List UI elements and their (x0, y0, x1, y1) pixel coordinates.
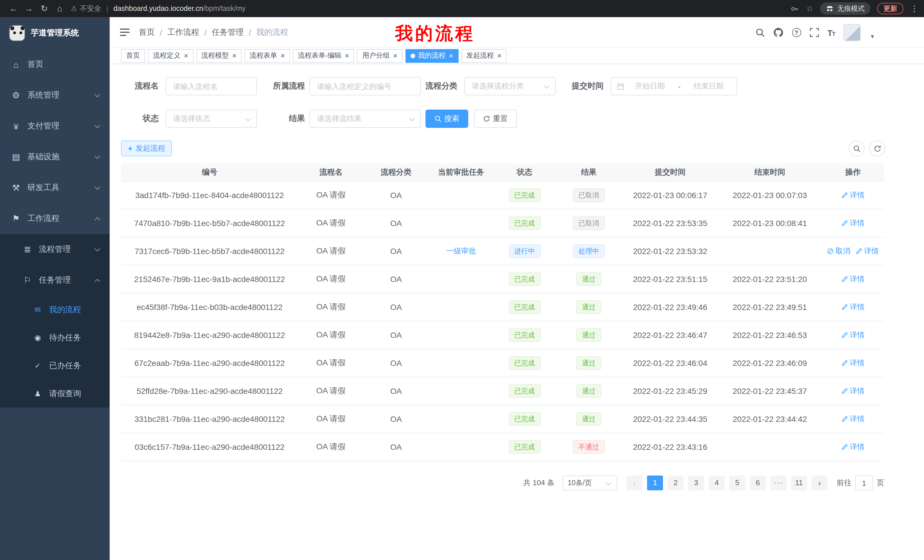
status-badge: 进行中 (508, 244, 540, 258)
breadcrumb-item-home[interactable]: 首页 (139, 27, 155, 37)
close-icon[interactable]: × (280, 52, 285, 59)
next-page-button[interactable]: › (812, 476, 828, 490)
browser-menu-icon[interactable]: ⋮ (910, 4, 918, 13)
avatar[interactable] (843, 24, 861, 41)
sidebar-item-leave-query[interactable]: ♟请假查询 (0, 380, 110, 407)
github-icon[interactable] (773, 27, 783, 38)
detail-icon (841, 220, 848, 227)
start-date-input[interactable]: 开始日期 (628, 81, 672, 91)
detail-link[interactable]: 详情 (841, 386, 865, 396)
hide-search-button[interactable] (849, 141, 865, 156)
result-select[interactable]: 请选择流结果 (309, 109, 421, 128)
current-task-link[interactable]: 一级审批 (446, 246, 476, 256)
sidebar-item-infrastructure[interactable]: ▤基础设施 (0, 142, 110, 172)
goto-page-input[interactable] (855, 476, 873, 490)
detail-link[interactable]: 详情 (841, 358, 865, 368)
tab-process-definition[interactable]: 流程定义× (148, 49, 193, 63)
sidebar-item-payment[interactable]: ¥支付管理 (0, 111, 110, 142)
search-icon[interactable] (756, 28, 765, 37)
page-button-11[interactable]: 11 (791, 476, 807, 490)
logo-panda-icon (9, 25, 25, 41)
page-button-3[interactable]: 3 (688, 476, 704, 490)
prev-page-button[interactable]: ‹ (627, 476, 642, 490)
close-icon[interactable]: × (232, 52, 236, 59)
sidebar-item-devtools[interactable]: ⚒研发工具 (0, 172, 110, 203)
process-category-cell: OA (364, 321, 428, 349)
search-button[interactable]: 搜索 (426, 109, 468, 128)
result-cell: 通过 (555, 265, 622, 293)
tab-process-model[interactable]: 流程模型× (196, 49, 242, 63)
sidebar-item-system[interactable]: ⚙系统管理 (0, 80, 110, 111)
submit-time-cell: 2022-01-22 23:44:35 (622, 405, 718, 433)
close-icon[interactable]: × (497, 52, 501, 59)
sidebar-item-home[interactable]: ⌂首页 (0, 49, 110, 80)
logo[interactable]: 芋道管理系统 (0, 17, 110, 49)
detail-link[interactable]: 详情 (841, 190, 865, 201)
refresh-table-button[interactable] (869, 141, 885, 156)
page-ellipsis[interactable]: ··· (770, 476, 786, 490)
cancel-link[interactable]: 取消 (827, 246, 850, 256)
detail-link[interactable]: 详情 (855, 246, 879, 256)
status-select[interactable]: 请选择状态 (166, 109, 257, 128)
back-icon[interactable]: ← (6, 0, 21, 17)
close-icon[interactable]: × (449, 52, 453, 59)
detail-link[interactable]: 详情 (841, 414, 865, 424)
sidebar-item-done-task[interactable]: ✓已办任务 (0, 352, 110, 380)
breadcrumb-item-workflow[interactable]: 工作流程 (167, 27, 199, 37)
detail-link[interactable]: 详情 (841, 274, 865, 284)
start-process-button[interactable]: + 发起流程 (121, 141, 172, 156)
help-icon[interactable]: ? (792, 28, 801, 37)
sidebar-item-todo-task[interactable]: ◉待办任务 (0, 324, 110, 352)
tab-start-process[interactable]: 发起流程× (461, 49, 507, 63)
update-button[interactable]: 更新 (877, 3, 903, 14)
page-button-6[interactable]: 6 (750, 476, 766, 490)
password-key-icon[interactable] (790, 4, 799, 13)
detail-link[interactable]: 详情 (841, 442, 865, 452)
page-button-5[interactable]: 5 (729, 476, 745, 490)
tab-process-form-edit[interactable]: 流程表单-编辑× (293, 49, 354, 63)
current-task-cell (428, 265, 494, 293)
detail-link[interactable]: 详情 (841, 330, 865, 340)
process-def-input[interactable] (310, 78, 420, 95)
hamburger-icon[interactable] (120, 28, 130, 36)
date-separator: - (678, 82, 681, 90)
process-name-input[interactable] (166, 78, 256, 95)
browser-home-icon[interactable]: ⌂ (52, 0, 68, 17)
detail-link[interactable]: 详情 (841, 302, 865, 312)
breadcrumb-item-task-manage[interactable]: 任务管理 (212, 27, 244, 37)
sidebar-item-task-manage[interactable]: ⚐任务管理 (0, 265, 110, 296)
tab-process-form[interactable]: 流程表单× (244, 49, 290, 63)
page-size-select[interactable]: 10条/页 (562, 476, 617, 490)
sidebar-item-label: 待办任务 (49, 332, 81, 343)
reset-button[interactable]: 重置 (474, 109, 517, 128)
end-date-input[interactable]: 结束日期 (686, 81, 731, 91)
fullscreen-icon[interactable] (810, 28, 819, 37)
font-size-icon[interactable]: TT (828, 28, 835, 37)
close-icon[interactable]: × (184, 52, 188, 59)
reload-icon[interactable]: ↻ (36, 0, 52, 17)
date-range-picker[interactable]: 开始日期 - 结束日期 (610, 77, 737, 95)
close-icon[interactable]: × (393, 52, 398, 59)
close-icon[interactable]: × (345, 52, 349, 59)
tab-user-group[interactable]: 用户分组× (357, 49, 403, 63)
page-button-1[interactable]: 1 (647, 476, 663, 490)
tab-home[interactable]: 首页 (121, 49, 145, 63)
category-select[interactable]: 请选择流程分类 (464, 77, 556, 95)
detail-link[interactable]: 详情 (841, 218, 865, 228)
url-host: dashboard.yudao.iocoder.cn (113, 4, 203, 13)
page-button-2[interactable]: 2 (668, 476, 684, 490)
address-bar[interactable]: ⚠ 不安全 | dashboard.yudao.iocoder.cn/bpm/t… (71, 4, 785, 13)
security-status[interactable]: ⚠ 不安全 (71, 4, 101, 13)
app-window: ← → ↻ ⌂ ⚠ 不安全 | dashboard.yudao.iocoder.… (0, 0, 924, 560)
incognito-icon (826, 4, 834, 13)
tab-my-process[interactable]: 我的流程× (405, 49, 458, 63)
table-row: 67c2eaab-7b9a-11ec-a290-acde48001122OA 请… (121, 349, 884, 377)
sidebar-item-label: 基础设施 (27, 152, 59, 162)
page-button-4[interactable]: 4 (709, 476, 725, 490)
sidebar-item-workflow[interactable]: ⚑工作流程 (0, 203, 110, 234)
table-row: 52ffd28e-7b9a-11ec-a290-acde48001122OA 请… (121, 377, 884, 405)
sidebar-item-process-manage[interactable]: ≣流程管理 (0, 234, 110, 265)
sidebar-item-my-process[interactable]: ✉我的流程 (0, 296, 110, 324)
forward-icon[interactable]: → (21, 0, 36, 17)
bookmark-star-icon[interactable]: ☆ (806, 4, 813, 13)
